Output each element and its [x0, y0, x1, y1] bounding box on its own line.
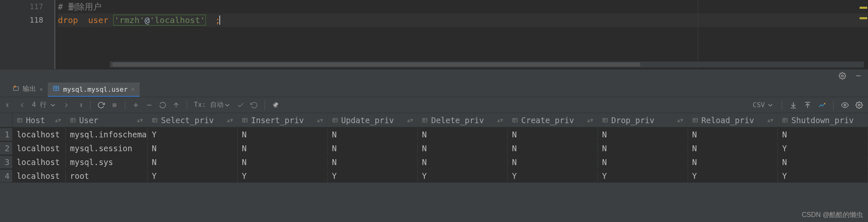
- reload-icon[interactable]: [97, 101, 105, 109]
- col-header-drop-priv[interactable]: Drop_priv ▲▼: [598, 113, 688, 127]
- cell-host[interactable]: localhost: [13, 156, 66, 168]
- cell-user[interactable]: mysql.infoschema: [66, 128, 148, 141]
- cell-create-priv[interactable]: N: [508, 156, 598, 168]
- prev-page-icon[interactable]: [18, 101, 26, 109]
- cell-host[interactable]: localhost: [13, 128, 66, 141]
- code-line-118[interactable]: drop user 'rmzh'@'localhost' ;: [58, 13, 868, 27]
- cell-shutdown-priv[interactable]: Y: [778, 170, 868, 182]
- commit-icon[interactable]: [172, 101, 180, 109]
- cell-reload-priv[interactable]: N: [688, 156, 778, 168]
- results-grid[interactable]: Host ▲▼ User ▲▼ Select_priv ▲▼ Insert_pr…: [0, 113, 868, 183]
- cell-drop-priv[interactable]: N: [598, 156, 688, 168]
- cell-select-priv[interactable]: N: [148, 156, 238, 168]
- cell-reload-priv[interactable]: N: [688, 142, 778, 155]
- upload-icon[interactable]: [804, 101, 811, 109]
- cell-update-priv[interactable]: N: [328, 128, 418, 141]
- col-header-user[interactable]: User ▲▼: [66, 113, 148, 127]
- code-line-117[interactable]: # 删除用户: [58, 0, 868, 13]
- next-page-icon[interactable]: [62, 101, 70, 109]
- cell-user[interactable]: mysql.session: [66, 142, 148, 155]
- cell-drop-priv[interactable]: N: [598, 128, 688, 141]
- cell-delete-priv[interactable]: N: [418, 128, 508, 141]
- cell-insert-priv[interactable]: N: [238, 156, 328, 168]
- cell-update-priv[interactable]: N: [328, 156, 418, 168]
- sort-icon[interactable]: ▲▼: [587, 117, 593, 123]
- col-header-select-priv[interactable]: Select_priv ▲▼: [148, 113, 238, 127]
- sort-icon[interactable]: ▲▼: [677, 117, 683, 123]
- eye-icon[interactable]: [841, 101, 849, 109]
- table-row[interactable]: 2 localhost mysql.session N N N N N N N …: [0, 141, 868, 155]
- table-row[interactable]: 1 localhost mysql.infoschema Y N N N N N…: [0, 127, 868, 141]
- cell-delete-priv[interactable]: Y: [418, 170, 508, 182]
- cell-insert-priv[interactable]: N: [238, 128, 328, 141]
- tab-mysql-user[interactable]: mysql.mysql.user ×: [48, 83, 140, 97]
- first-page-icon[interactable]: [5, 101, 13, 109]
- col-header-host[interactable]: Host ▲▼: [13, 113, 66, 127]
- cell-delete-priv[interactable]: N: [418, 156, 508, 168]
- tab-output[interactable]: 输出 ×: [8, 82, 48, 97]
- sort-icon[interactable]: ▲▼: [137, 117, 143, 123]
- sort-icon[interactable]: ▲▼: [407, 117, 413, 123]
- cell-user[interactable]: mysql.sys: [66, 156, 148, 168]
- cell-reload-priv[interactable]: Y: [688, 170, 778, 182]
- rollback-icon[interactable]: [250, 101, 258, 109]
- table-row[interactable]: 4 localhost root Y Y Y Y Y Y Y Y: [0, 169, 868, 183]
- cell-update-priv[interactable]: N: [328, 142, 418, 155]
- sort-icon[interactable]: ▲▼: [55, 117, 61, 123]
- check-icon[interactable]: [237, 101, 244, 109]
- tx-mode[interactable]: Tx: 自动: [194, 101, 231, 109]
- compare-icon[interactable]: [818, 101, 826, 109]
- editor[interactable]: 117 118 # 删除用户 drop user 'rmzh'@'localho…: [0, 0, 868, 69]
- cell-delete-priv[interactable]: N: [418, 142, 508, 155]
- cell-shutdown-priv[interactable]: Y: [778, 142, 868, 155]
- cell-user[interactable]: root: [66, 170, 148, 182]
- cell-drop-priv[interactable]: Y: [598, 170, 688, 182]
- cell-insert-priv[interactable]: Y: [238, 170, 328, 182]
- cell-shutdown-priv[interactable]: N: [778, 156, 868, 168]
- table-row[interactable]: 3 localhost mysql.sys N N N N N N N N: [0, 155, 868, 169]
- revert-icon[interactable]: [159, 101, 166, 109]
- pin-icon[interactable]: [272, 101, 279, 109]
- download-icon[interactable]: [790, 101, 797, 109]
- scrollbar-thumb[interactable]: [112, 62, 640, 67]
- cell-select-priv[interactable]: Y: [148, 170, 238, 182]
- code-area[interactable]: # 删除用户 drop user 'rmzh'@'localhost' ;: [55, 0, 868, 69]
- last-page-icon[interactable]: [76, 101, 83, 109]
- sort-icon[interactable]: ▲▼: [497, 117, 503, 123]
- cell-select-priv[interactable]: N: [148, 142, 238, 155]
- horizontal-scrollbar[interactable]: [110, 62, 864, 67]
- close-icon[interactable]: ×: [39, 86, 43, 93]
- col-header-reload-priv[interactable]: Reload_priv ▲▼: [688, 113, 778, 127]
- col-header-shutdown-priv[interactable]: Shutdown_priv: [778, 113, 868, 127]
- close-icon[interactable]: ×: [131, 86, 135, 93]
- col-header-insert-priv[interactable]: Insert_priv ▲▼: [238, 113, 328, 127]
- add-row-icon[interactable]: [132, 101, 140, 109]
- cell-host[interactable]: localhost: [13, 142, 66, 155]
- gear-icon[interactable]: [839, 72, 846, 81]
- rows-label[interactable]: 4 行: [32, 101, 57, 109]
- remove-row-icon[interactable]: [146, 101, 153, 109]
- sort-icon[interactable]: ▲▼: [227, 117, 233, 123]
- col-header-update-priv[interactable]: Update_priv ▲▼: [328, 113, 418, 127]
- cell-select-priv[interactable]: Y: [148, 128, 238, 141]
- sort-icon[interactable]: ▲▼: [317, 117, 323, 123]
- cell-reload-priv[interactable]: N: [688, 128, 778, 141]
- col-header-delete-priv[interactable]: Delete_priv ▲▼: [418, 113, 508, 127]
- settings-icon[interactable]: [855, 101, 863, 109]
- export-format[interactable]: CSV: [753, 101, 774, 109]
- cell-drop-priv[interactable]: N: [598, 142, 688, 155]
- cell-create-priv[interactable]: Y: [508, 170, 598, 182]
- tab-mysql-user-label: mysql.mysql.user: [63, 85, 127, 93]
- sort-icon[interactable]: ▲▼: [767, 117, 773, 123]
- minimize-icon[interactable]: [855, 72, 862, 81]
- cell-update-priv[interactable]: Y: [328, 170, 418, 182]
- cell-host[interactable]: localhost: [13, 170, 66, 182]
- chevron-down-icon: [49, 101, 57, 109]
- col-header-create-priv[interactable]: Create_priv ▲▼: [508, 113, 598, 127]
- cell-create-priv[interactable]: N: [508, 142, 598, 155]
- stop-icon[interactable]: [111, 101, 118, 109]
- svg-point-20: [858, 104, 860, 106]
- cell-create-priv[interactable]: N: [508, 128, 598, 141]
- cell-shutdown-priv[interactable]: N: [778, 128, 868, 141]
- cell-insert-priv[interactable]: N: [238, 142, 328, 155]
